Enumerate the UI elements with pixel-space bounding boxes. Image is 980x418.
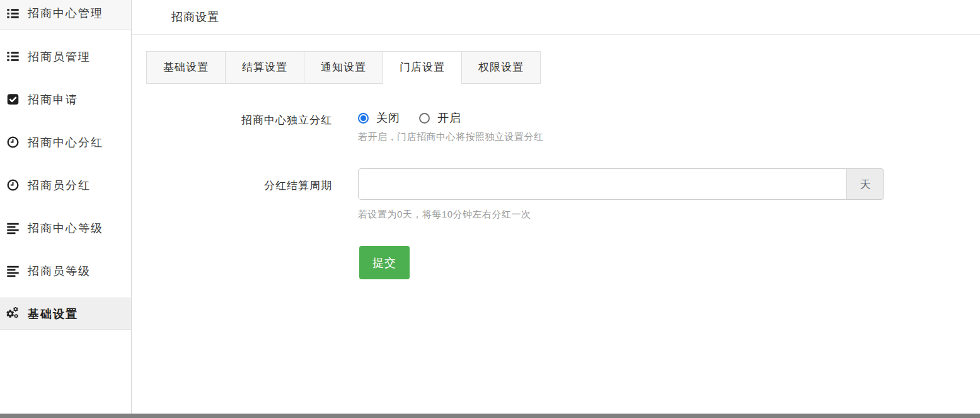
independent-dividend-help: 若开启，门店招商中心将按照独立设置分红 (358, 131, 980, 143)
radio-icon[interactable] (358, 113, 369, 124)
align-left-icon (6, 221, 20, 235)
radio-icon[interactable] (419, 113, 430, 124)
sidebar-item-5[interactable]: 招商员分红 (0, 169, 131, 201)
radio-option-label: 关闭 (376, 110, 400, 125)
sidebar-nav: 招商中心管理 招商员管理 招商申请 招商中心分红 招商员分红 招商中心等级 招商… (0, 0, 131, 330)
sidebar-item-3[interactable]: 招商申请 (0, 83, 131, 115)
clock-icon (6, 178, 20, 192)
sidebar-item-label: 招商中心分红 (28, 135, 103, 150)
content-area: 基础设置 结算设置 通知设置 门店设置 权限设置 招商中心独立分红 关闭 开启 … (132, 35, 980, 305)
sidebar-item-2[interactable]: 招商员管理 (0, 40, 131, 73)
sidebar-item-1[interactable]: 招商中心管理 (0, 0, 131, 30)
list-icon (6, 7, 20, 20)
sidebar-item-label: 招商申请 (28, 92, 78, 107)
cogs-icon (6, 307, 20, 320)
check-square-icon (6, 93, 20, 106)
sidebar-item-label: 招商员分红 (28, 178, 91, 193)
tab-5[interactable]: 权限设置 (461, 51, 541, 84)
main-area: 招商设置 基础设置 结算设置 通知设置 门店设置 权限设置 招商中心独立分红 关… (132, 0, 980, 414)
sidebar-item-8[interactable]: 基础设置 (0, 298, 131, 330)
list-icon (6, 50, 20, 63)
settlement-cycle-label: 分红结算周期 (146, 168, 358, 221)
form-row-independent-dividend: 招商中心独立分红 关闭 开启 若开启，门店招商中心将按照独立设置分红 (146, 110, 980, 143)
tab-2[interactable]: 结算设置 (225, 51, 304, 84)
align-left-icon (6, 264, 20, 277)
page-title: 招商设置 (171, 9, 219, 25)
radio-option-2[interactable]: 开启 (419, 110, 461, 125)
form-row-submit: 提交 (146, 246, 980, 279)
settlement-cycle-unit-addon: 天 (846, 168, 884, 200)
page-header: 招商设置 (132, 0, 980, 35)
tab-3[interactable]: 通知设置 (304, 51, 383, 84)
settings-form: 招商中心独立分红 关闭 开启 若开启，门店招商中心将按照独立设置分红 分红结算周… (146, 110, 980, 279)
sidebar-item-label: 招商员管理 (28, 49, 91, 64)
radio-option-label: 开启 (437, 110, 461, 125)
sidebar-item-7[interactable]: 招商员等级 (0, 255, 131, 287)
sidebar-item-4[interactable]: 招商中心分红 (0, 126, 131, 158)
sidebar-item-label: 招商中心管理 (28, 6, 103, 21)
sidebar: 招商中心管理 招商员管理 招商申请 招商中心分红 招商员分红 招商中心等级 招商… (0, 0, 132, 414)
tab-bar: 基础设置 结算设置 通知设置 门店设置 权限设置 (146, 51, 980, 84)
sidebar-item-6[interactable]: 招商中心等级 (0, 212, 131, 244)
radio-option-1[interactable]: 关闭 (358, 110, 400, 125)
sidebar-item-label: 招商中心等级 (28, 221, 103, 236)
form-row-settlement-cycle: 分红结算周期 天 若设置为0天，将每10分钟左右分红一次 (146, 168, 980, 221)
submit-spacer (146, 246, 358, 279)
settlement-cycle-help: 若设置为0天，将每10分钟左右分红一次 (358, 209, 980, 221)
sidebar-item-label: 基础设置 (28, 306, 78, 322)
sidebar-item-label: 招商员等级 (28, 264, 91, 279)
independent-dividend-radio-group: 关闭 开启 (358, 110, 980, 125)
bottom-scrollbar[interactable] (0, 414, 980, 418)
clock-icon (6, 136, 20, 149)
tab-1[interactable]: 基础设置 (146, 51, 226, 84)
settlement-cycle-input[interactable] (358, 168, 846, 200)
tab-4[interactable]: 门店设置 (383, 51, 462, 84)
settlement-cycle-input-group: 天 (358, 168, 884, 200)
independent-dividend-label: 招商中心独立分红 (146, 110, 358, 143)
submit-button[interactable]: 提交 (359, 246, 410, 279)
app-window: 招商中心管理 招商员管理 招商申请 招商中心分红 招商员分红 招商中心等级 招商… (0, 0, 980, 414)
